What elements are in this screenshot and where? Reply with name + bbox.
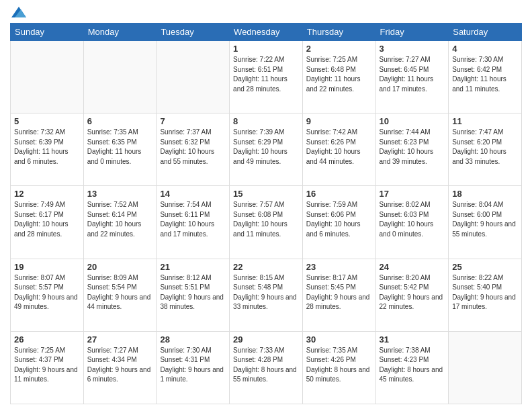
logo [10,7,26,17]
day-cell: 17Sunrise: 8:02 AM Sunset: 6:03 PM Dayli… [375,186,449,259]
day-info: Sunrise: 7:35 AM Sunset: 6:35 PM Dayligh… [87,128,153,167]
day-number: 26 [14,334,80,345]
days-header-row: SundayMondayTuesdayWednesdayThursdayFrid… [11,24,522,41]
day-number: 12 [14,189,80,199]
day-info: Sunrise: 8:07 AM Sunset: 5:57 PM Dayligh… [14,273,80,312]
week-row-3: 12Sunrise: 7:49 AM Sunset: 6:17 PM Dayli… [11,186,522,259]
day-number: 16 [306,189,372,199]
day-info: Sunrise: 7:25 AM Sunset: 6:48 PM Dayligh… [306,55,372,94]
day-cell: 2Sunrise: 7:25 AM Sunset: 6:48 PM Daylig… [302,41,375,113]
day-cell: 8Sunrise: 7:39 AM Sunset: 6:29 PM Daylig… [230,113,303,186]
day-info: Sunrise: 7:49 AM Sunset: 6:17 PM Dayligh… [14,200,80,239]
day-info: Sunrise: 7:30 AM Sunset: 6:42 PM Dayligh… [452,55,518,94]
day-header-thursday: Thursday [302,24,375,41]
day-cell: 11Sunrise: 7:47 AM Sunset: 6:20 PM Dayli… [449,113,522,186]
day-info: Sunrise: 7:35 AM Sunset: 4:26 PM Dayligh… [306,346,372,385]
day-number: 5 [14,116,80,126]
day-info: Sunrise: 7:47 AM Sunset: 6:20 PM Dayligh… [452,128,518,167]
day-cell: 19Sunrise: 8:07 AM Sunset: 5:57 PM Dayli… [11,259,84,331]
day-info: Sunrise: 7:42 AM Sunset: 6:26 PM Dayligh… [306,128,372,167]
day-info: Sunrise: 7:44 AM Sunset: 6:23 PM Dayligh… [380,128,445,167]
day-cell: 29Sunrise: 7:33 AM Sunset: 4:28 PM Dayli… [230,331,303,404]
day-number: 31 [380,334,445,345]
day-number: 18 [452,189,518,199]
day-header-saturday: Saturday [449,24,522,41]
day-number: 29 [233,334,299,345]
day-cell: 22Sunrise: 8:15 AM Sunset: 5:48 PM Dayli… [230,259,303,331]
day-info: Sunrise: 8:12 AM Sunset: 5:51 PM Dayligh… [160,273,226,312]
day-cell: 7Sunrise: 7:37 AM Sunset: 6:32 PM Daylig… [157,113,230,186]
day-info: Sunrise: 8:04 AM Sunset: 6:00 PM Dayligh… [452,200,518,239]
day-cell: 5Sunrise: 7:32 AM Sunset: 6:39 PM Daylig… [11,113,84,186]
day-cell: 25Sunrise: 8:22 AM Sunset: 5:40 PM Dayli… [449,259,522,331]
day-cell: 3Sunrise: 7:27 AM Sunset: 6:45 PM Daylig… [375,41,449,113]
day-number: 28 [160,334,226,345]
week-row-5: 26Sunrise: 7:25 AM Sunset: 4:37 PM Dayli… [11,331,522,404]
day-number: 15 [233,189,299,199]
day-cell: 16Sunrise: 7:59 AM Sunset: 6:06 PM Dayli… [302,186,375,259]
day-number: 3 [380,44,445,54]
day-cell: 15Sunrise: 7:57 AM Sunset: 6:08 PM Dayli… [230,186,303,259]
day-cell: 28Sunrise: 7:30 AM Sunset: 4:31 PM Dayli… [157,331,230,404]
day-info: Sunrise: 8:15 AM Sunset: 5:48 PM Dayligh… [233,273,299,312]
day-cell: 26Sunrise: 7:25 AM Sunset: 4:37 PM Dayli… [11,331,84,404]
day-cell [83,41,157,113]
day-number: 19 [14,262,80,272]
day-info: Sunrise: 7:37 AM Sunset: 6:32 PM Dayligh… [160,128,226,167]
day-cell: 12Sunrise: 7:49 AM Sunset: 6:17 PM Dayli… [11,186,84,259]
day-info: Sunrise: 8:02 AM Sunset: 6:03 PM Dayligh… [380,200,445,239]
day-number: 10 [380,116,445,126]
day-header-friday: Friday [375,24,449,41]
day-header-monday: Monday [83,24,157,41]
day-number: 11 [452,116,518,126]
day-number: 13 [87,189,153,199]
day-cell: 13Sunrise: 7:52 AM Sunset: 6:14 PM Dayli… [83,186,157,259]
day-cell: 4Sunrise: 7:30 AM Sunset: 6:42 PM Daylig… [449,41,522,113]
day-cell: 31Sunrise: 7:38 AM Sunset: 4:23 PM Dayli… [375,331,449,404]
day-info: Sunrise: 8:22 AM Sunset: 5:40 PM Dayligh… [452,273,518,312]
day-number: 21 [160,262,226,272]
day-info: Sunrise: 7:25 AM Sunset: 4:37 PM Dayligh… [14,346,80,385]
day-header-sunday: Sunday [11,24,84,41]
week-row-2: 5Sunrise: 7:32 AM Sunset: 6:39 PM Daylig… [11,113,522,186]
day-cell: 10Sunrise: 7:44 AM Sunset: 6:23 PM Dayli… [375,113,449,186]
day-info: Sunrise: 7:54 AM Sunset: 6:11 PM Dayligh… [160,200,226,239]
day-number: 1 [233,44,299,54]
day-cell: 24Sunrise: 8:20 AM Sunset: 5:42 PM Dayli… [375,259,449,331]
day-info: Sunrise: 8:20 AM Sunset: 5:42 PM Dayligh… [380,273,445,312]
day-info: Sunrise: 7:52 AM Sunset: 6:14 PM Dayligh… [87,200,153,239]
day-info: Sunrise: 7:27 AM Sunset: 6:45 PM Dayligh… [380,55,445,94]
day-number: 9 [306,116,372,126]
day-number: 7 [160,116,226,126]
day-cell: 30Sunrise: 7:35 AM Sunset: 4:26 PM Dayli… [302,331,375,404]
day-info: Sunrise: 7:59 AM Sunset: 6:06 PM Dayligh… [306,200,372,239]
day-number: 14 [160,189,226,199]
day-info: Sunrise: 7:30 AM Sunset: 4:31 PM Dayligh… [160,346,226,385]
day-cell [11,41,84,113]
day-number: 24 [380,262,445,272]
day-number: 20 [87,262,153,272]
week-row-4: 19Sunrise: 8:07 AM Sunset: 5:57 PM Dayli… [11,259,522,331]
day-number: 4 [452,44,518,54]
day-cell [157,41,230,113]
day-number: 30 [306,334,372,345]
day-cell: 20Sunrise: 8:09 AM Sunset: 5:54 PM Dayli… [83,259,157,331]
day-cell: 14Sunrise: 7:54 AM Sunset: 6:11 PM Dayli… [157,186,230,259]
day-cell: 9Sunrise: 7:42 AM Sunset: 6:26 PM Daylig… [302,113,375,186]
day-info: Sunrise: 7:33 AM Sunset: 4:28 PM Dayligh… [233,346,299,385]
day-info: Sunrise: 8:09 AM Sunset: 5:54 PM Dayligh… [87,273,153,312]
day-info: Sunrise: 7:22 AM Sunset: 6:51 PM Dayligh… [233,55,299,94]
day-info: Sunrise: 8:17 AM Sunset: 5:45 PM Dayligh… [306,273,372,312]
day-cell [449,331,522,404]
day-cell: 6Sunrise: 7:35 AM Sunset: 6:35 PM Daylig… [83,113,157,186]
day-info: Sunrise: 7:32 AM Sunset: 6:39 PM Dayligh… [14,128,80,167]
day-number: 22 [233,262,299,272]
week-row-1: 1Sunrise: 7:22 AM Sunset: 6:51 PM Daylig… [11,41,522,113]
day-number: 23 [306,262,372,272]
day-cell: 18Sunrise: 8:04 AM Sunset: 6:00 PM Dayli… [449,186,522,259]
day-header-wednesday: Wednesday [230,24,303,41]
header [10,7,522,17]
day-number: 8 [233,116,299,126]
day-info: Sunrise: 7:27 AM Sunset: 4:34 PM Dayligh… [87,346,153,385]
logo-icon [11,7,26,17]
